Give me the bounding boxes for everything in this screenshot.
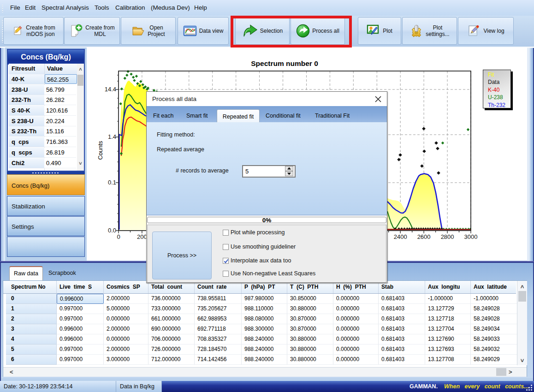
svg-text:0.0: 0.0 bbox=[108, 227, 116, 234]
svg-text:Spectrum number 0: Spectrum number 0 bbox=[251, 59, 318, 67]
svg-text:Counts: Counts bbox=[97, 141, 104, 160]
svg-text:3000: 3000 bbox=[464, 233, 478, 240]
svg-text:2800: 2800 bbox=[441, 233, 454, 240]
svg-text:0.1: 0.1 bbox=[108, 179, 116, 186]
svg-text:14.4: 14.4 bbox=[105, 86, 116, 93]
svg-text:2600: 2600 bbox=[417, 233, 431, 240]
svg-text:0: 0 bbox=[117, 233, 120, 240]
svg-text:2400: 2400 bbox=[394, 233, 407, 240]
svg-text:1.4: 1.4 bbox=[108, 133, 116, 140]
svg-text:200: 200 bbox=[137, 233, 147, 240]
